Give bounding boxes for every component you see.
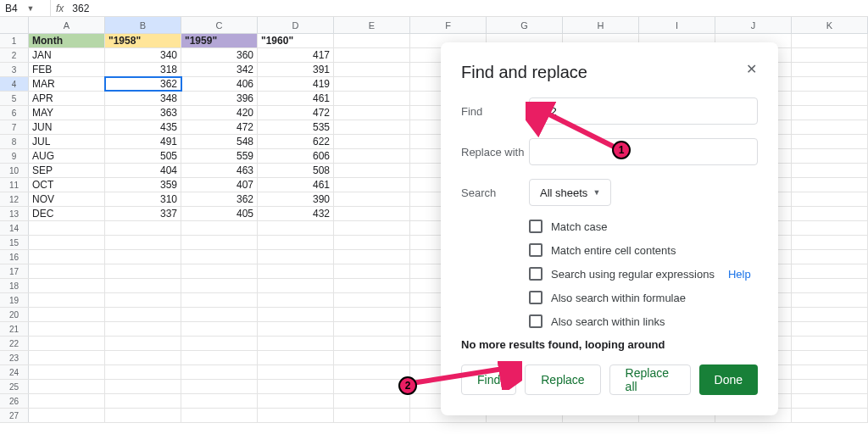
cell-empty[interactable] [105, 236, 181, 249]
cell-month[interactable]: DEC [29, 207, 105, 220]
cell-empty[interactable] [29, 264, 105, 278]
cell-empty[interactable] [105, 279, 181, 292]
row-number[interactable]: 16 [0, 250, 29, 264]
row-number[interactable]: 20 [0, 308, 29, 321]
cell-empty[interactable] [792, 92, 868, 105]
find-input[interactable] [529, 97, 758, 125]
col-hdr-d[interactable]: D [258, 17, 334, 33]
cell-data[interactable]: 348 [105, 92, 181, 105]
cell-empty[interactable] [334, 264, 410, 278]
cell-empty[interactable] [29, 365, 105, 379]
cell-empty[interactable] [105, 221, 181, 235]
row-number[interactable]: 10 [0, 164, 29, 177]
cell-data[interactable]: 359 [105, 178, 181, 192]
cell-empty[interactable] [258, 236, 334, 249]
row-number[interactable]: 26 [0, 394, 29, 408]
row-number[interactable]: 14 [0, 221, 29, 235]
cell-empty[interactable] [258, 337, 334, 350]
cell-empty[interactable] [258, 264, 334, 278]
cell-data[interactable]: 461 [258, 178, 334, 192]
cell-empty[interactable] [334, 207, 410, 220]
cell-data[interactable]: 508 [258, 164, 334, 177]
row-number[interactable]: 11 [0, 178, 29, 192]
cell-month[interactable]: JUN [29, 120, 105, 134]
row-number[interactable]: 13 [0, 207, 29, 220]
cell-empty[interactable] [792, 48, 868, 62]
cell-empty[interactable] [181, 351, 258, 364]
col-hdr-b[interactable]: B [105, 17, 181, 33]
formula-value[interactable]: 362 [69, 3, 92, 14]
row-number[interactable]: 1 [0, 34, 29, 47]
replace-button[interactable]: Replace [525, 364, 600, 395]
row-number[interactable]: 5 [0, 92, 29, 105]
select-all-corner[interactable] [0, 17, 29, 33]
cell-data[interactable]: 491 [105, 135, 181, 148]
cell-empty[interactable] [258, 380, 334, 393]
cell-empty[interactable] [334, 337, 410, 350]
cell-data[interactable]: 432 [258, 207, 334, 220]
cell-empty[interactable] [181, 365, 258, 379]
cell-empty[interactable] [792, 322, 868, 336]
done-button[interactable]: Done [699, 364, 758, 395]
help-link[interactable]: Help [728, 268, 751, 281]
checkbox-match-case[interactable]: Match case [529, 220, 758, 233]
cell-empty[interactable] [258, 308, 334, 321]
col-hdr-j[interactable]: J [715, 17, 792, 33]
cell-month[interactable]: NOV [29, 192, 105, 206]
cell-data[interactable]: 472 [258, 106, 334, 120]
col-hdr-k[interactable]: K [792, 17, 868, 33]
row-number[interactable]: 3 [0, 63, 29, 76]
cell-data[interactable]: 396 [181, 92, 258, 105]
cell-empty[interactable] [29, 322, 105, 336]
cell-empty[interactable] [258, 322, 334, 336]
cell-empty[interactable] [334, 250, 410, 264]
cell-empty[interactable] [792, 250, 868, 264]
cell-empty[interactable] [792, 264, 868, 278]
cell-empty[interactable] [29, 409, 105, 422]
cell-empty[interactable] [105, 394, 181, 408]
cell-data[interactable]: 404 [105, 164, 181, 177]
cell-empty[interactable] [105, 351, 181, 364]
col-hdr-a[interactable]: A [29, 17, 105, 33]
cell-header-1960[interactable]: "1960" [258, 34, 334, 47]
search-scope-dropdown[interactable]: All sheets ▼ [529, 179, 611, 206]
cell-data[interactable]: 406 [181, 77, 258, 91]
cell-data[interactable]: 461 [258, 92, 334, 105]
cell-data[interactable]: 390 [258, 192, 334, 206]
cell-header-1959[interactable]: "1959" [181, 34, 258, 47]
cell-data[interactable]: 505 [105, 149, 181, 163]
cell-empty[interactable] [29, 380, 105, 393]
cell-empty[interactable] [181, 221, 258, 235]
cell-empty[interactable] [105, 308, 181, 321]
cell-data[interactable]: 548 [181, 135, 258, 148]
cell-empty[interactable] [334, 351, 410, 364]
row-number[interactable]: 4 [0, 77, 29, 91]
row-number[interactable]: 6 [0, 106, 29, 120]
cell-empty[interactable] [792, 207, 868, 220]
row-number[interactable]: 19 [0, 293, 29, 307]
cell-empty[interactable] [792, 279, 868, 292]
row-number[interactable]: 23 [0, 351, 29, 364]
cell-empty[interactable] [334, 77, 410, 91]
col-hdr-c[interactable]: C [181, 17, 258, 33]
cell-empty[interactable] [105, 264, 181, 278]
cell-empty[interactable] [29, 250, 105, 264]
row-number[interactable]: 2 [0, 48, 29, 62]
cell-empty[interactable] [29, 236, 105, 249]
row-number[interactable]: 22 [0, 337, 29, 350]
cell-empty[interactable] [792, 120, 868, 134]
cell-empty[interactable] [792, 34, 868, 47]
cell-empty[interactable] [181, 308, 258, 321]
cell-empty[interactable] [334, 308, 410, 321]
cell-empty[interactable] [105, 293, 181, 307]
cell-data[interactable]: 360 [181, 48, 258, 62]
cell-data[interactable]: 310 [105, 192, 181, 206]
row-number[interactable]: 15 [0, 236, 29, 249]
cell-empty[interactable] [258, 394, 334, 408]
cell-empty[interactable] [792, 178, 868, 192]
cell-data[interactable]: 342 [181, 63, 258, 76]
replace-all-button[interactable]: Replace all [609, 364, 691, 395]
cell-empty[interactable] [258, 365, 334, 379]
col-hdr-e[interactable]: E [334, 17, 410, 33]
cell-empty[interactable] [258, 293, 334, 307]
